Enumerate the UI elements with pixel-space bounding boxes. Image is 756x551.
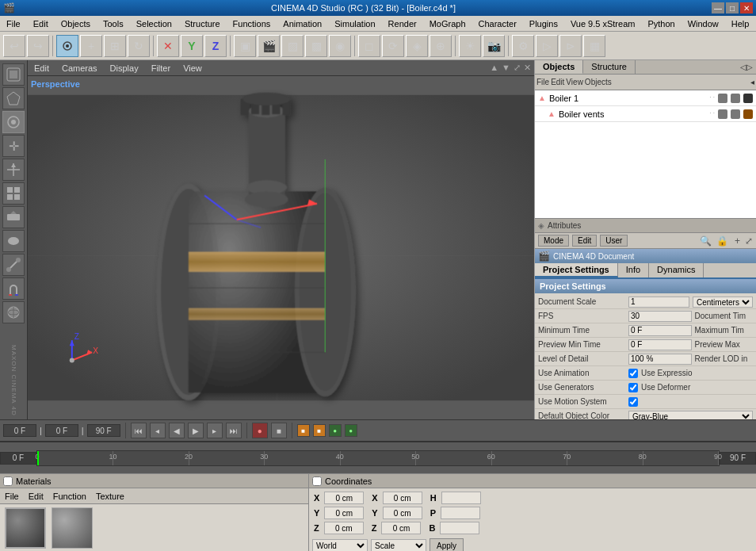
spline-button[interactable]: ⟳ — [382, 35, 404, 57]
tool-b[interactable]: ▩ — [305, 35, 327, 57]
menu-objects[interactable]: Objects — [55, 16, 97, 31]
sidebar-texture-button[interactable] — [2, 206, 25, 228]
camera-button[interactable]: 📷 — [483, 35, 505, 57]
timeline-end-label[interactable] — [720, 452, 756, 465]
transport-green1[interactable]: ● — [329, 424, 342, 437]
attr-def-color-value[interactable]: Gray-Blue — [628, 411, 753, 420]
objtool-view[interactable]: View — [566, 78, 583, 86]
attr-mode-btn[interactable]: Mode — [538, 235, 569, 247]
menu-simulation[interactable]: Simulation — [328, 16, 381, 31]
menu-selection[interactable]: Selection — [130, 16, 178, 31]
menu-functions[interactable]: Functions — [227, 16, 277, 31]
menu-mograph[interactable]: MoGraph — [423, 16, 472, 31]
attr-lod-value[interactable] — [628, 354, 692, 365]
menu-edit[interactable]: Edit — [27, 16, 55, 31]
close-button[interactable]: ✕ — [740, 2, 753, 13]
tab-structure[interactable]: Structure — [583, 60, 636, 74]
menu-vue[interactable]: Vue 9.5 xStream — [564, 16, 642, 31]
viewport-display-btn[interactable]: Display — [107, 63, 142, 73]
tab-objects[interactable]: Objects — [535, 60, 583, 74]
attr-fps-value[interactable] — [628, 311, 692, 322]
viewport[interactable]: Perspective — [28, 76, 534, 419]
materials-check[interactable] — [3, 476, 13, 486]
coord-x-input[interactable] — [324, 492, 364, 504]
clapperboard-button[interactable]: 🎬 — [258, 35, 280, 57]
transport-go-end[interactable]: ⏭ — [226, 423, 242, 438]
tab-dynamics[interactable]: Dynamics — [649, 263, 704, 277]
light-button[interactable]: ☀ — [459, 35, 481, 57]
menu-render[interactable]: Render — [382, 16, 423, 31]
boilervents-color[interactable] — [743, 109, 753, 119]
render-button[interactable]: ▷ — [536, 35, 558, 57]
viewport-expand-icon[interactable]: ⤢ — [514, 63, 521, 73]
attr-lock-icon[interactable]: 🔒 — [716, 235, 728, 247]
sidebar-magnet-button[interactable] — [2, 277, 25, 300]
boiler1-color[interactable] — [743, 94, 753, 103]
mat-preview-metal-b[interactable] — [5, 507, 46, 549]
menu-help[interactable]: Help — [725, 16, 756, 31]
boilervents-render[interactable] — [731, 109, 740, 119]
transport-end-field[interactable] — [87, 424, 120, 437]
live-selection-button[interactable] — [56, 35, 78, 57]
sidebar-weight-button[interactable] — [2, 230, 25, 252]
transport-play[interactable]: ▶ — [188, 423, 204, 438]
sidebar-mode-button[interactable] — [2, 63, 25, 86]
primitive-button[interactable]: ◻ — [358, 35, 380, 57]
menu-window[interactable]: Window — [682, 16, 725, 31]
maximize-button[interactable]: □ — [726, 2, 739, 13]
viewport-edit-btn[interactable]: Edit — [31, 63, 52, 73]
material-swatch-metal-l[interactable]: Metal - L — [50, 507, 94, 551]
viewport-up-icon[interactable]: ▲ — [490, 63, 498, 73]
timeline-track[interactable]: 0 10 20 30 40 50 60 70 80 90 — [36, 450, 720, 466]
coords-check[interactable] — [312, 476, 322, 486]
tab-project-settings[interactable]: Project Settings — [535, 263, 618, 277]
transport-current-field[interactable] — [45, 424, 78, 437]
menu-file[interactable]: File — [0, 16, 27, 31]
mat-menu-edit[interactable]: Edit — [25, 492, 47, 501]
viewport-down-icon[interactable]: ▼ — [502, 63, 510, 73]
attr-user-btn[interactable]: User — [600, 235, 628, 247]
coord-b-input[interactable] — [440, 522, 479, 534]
transport-go-start[interactable]: ⏮ — [131, 423, 147, 438]
nurbs-button[interactable]: ◈ — [406, 35, 428, 57]
obj-toolbar-arrow-left[interactable]: ◂ — [750, 78, 754, 86]
deformer-button[interactable]: ⊕ — [430, 35, 452, 57]
menu-animation[interactable]: Animation — [277, 16, 328, 31]
objtool-objects[interactable]: Objects — [585, 78, 612, 86]
attr-prev-min-value[interactable] — [628, 339, 692, 350]
attr-doc-scale-unit[interactable]: Centimeters — [693, 297, 753, 308]
render-queue-button[interactable]: ▦ — [583, 35, 605, 57]
viewport-filter-btn[interactable]: Filter — [148, 63, 174, 73]
coord-z-input[interactable] — [324, 522, 364, 534]
attr-edit-btn[interactable]: Edit — [572, 235, 597, 247]
objects-nav-right[interactable]: ▷ — [746, 63, 753, 71]
menu-plugins[interactable]: Plugins — [523, 16, 564, 31]
coord-h-input[interactable] — [441, 492, 481, 504]
sidebar-move-button[interactable]: ✛ — [2, 135, 25, 157]
menu-character[interactable]: Character — [472, 16, 523, 31]
undo-button[interactable]: ↩ — [3, 35, 25, 57]
coord-y-input[interactable] — [324, 507, 364, 519]
material-swatch-metal-b[interactable]: Metal - B — [3, 507, 47, 551]
objtool-edit[interactable]: Edit — [551, 78, 564, 86]
mat-menu-texture[interactable]: Texture — [93, 492, 128, 501]
tool-c[interactable]: ◉ — [329, 35, 351, 57]
coord-mode-dropdown[interactable]: Scale Size — [371, 539, 426, 551]
render-settings-button[interactable]: ⚙ — [512, 35, 534, 57]
attr-search-icon[interactable]: 🔍 — [700, 235, 712, 247]
object-row-boilervents[interactable]: ▲ Boiler vents · · — [535, 106, 756, 122]
attr-min-time-value[interactable] — [628, 325, 692, 336]
coord-x2-input[interactable] — [383, 492, 422, 504]
sidebar-arrow-button[interactable] — [2, 159, 25, 181]
tab-info[interactable]: Info — [618, 263, 649, 277]
transport-green2[interactable]: ● — [345, 424, 357, 437]
tool-x[interactable]: ✕ — [157, 35, 179, 57]
menu-tools[interactable]: Tools — [97, 16, 130, 31]
object-row-boiler1[interactable]: ▲ Boiler 1 · · — [535, 90, 756, 106]
sidebar-joint-button[interactable] — [2, 254, 25, 276]
sidebar-poly-button[interactable] — [2, 87, 25, 109]
boiler1-render[interactable] — [731, 94, 740, 103]
coord-space-dropdown[interactable]: World Object — [312, 539, 368, 551]
attr-use-gen-check[interactable] — [628, 383, 638, 392]
coord-y2-input[interactable] — [383, 507, 422, 519]
